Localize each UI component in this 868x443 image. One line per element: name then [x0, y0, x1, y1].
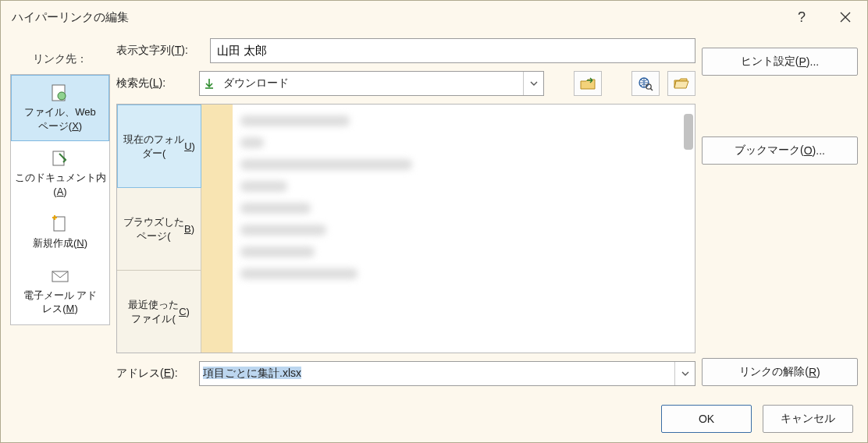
screentip-button[interactable]: ヒント設定(P)...: [702, 48, 858, 76]
link-to-email-address[interactable]: 電子メール アドレス(M): [11, 259, 109, 324]
titlebar: ハイパーリンクの編集 ?: [1, 1, 867, 34]
link-to-list: ファイル、Webページ(X) このドキュメント内(A) 新規作成(N): [10, 74, 110, 325]
address-dropdown-button[interactable]: [674, 362, 695, 385]
help-icon: ?: [798, 9, 806, 26]
svg-point-1: [58, 92, 66, 100]
right-button-column: ヒント設定(P)... ブックマーク(O)... リンクの解除(R): [702, 38, 858, 386]
address-value: 項目ごとに集計.xlsx: [200, 367, 674, 381]
ok-button[interactable]: OK: [661, 405, 752, 433]
edit-hyperlink-dialog: ハイパーリンクの編集 ? リンク先： ファイル、Webページ(X): [0, 0, 868, 443]
globe-search-icon: [637, 76, 654, 91]
file-web-icon: [49, 83, 71, 102]
link-to-item-label: このドキュメント内(A): [15, 171, 106, 198]
lookin-dropdown-button[interactable]: [523, 72, 543, 95]
browse-file-button[interactable]: [667, 71, 695, 96]
browse-area: 現在のフォルダー(U) ブラウズしたページ(B) 最近使ったファイル(C): [116, 104, 695, 353]
lookin-value: ダウンロード: [219, 76, 523, 90]
browse-tab-current-folder[interactable]: 現在のフォルダー(U): [117, 105, 201, 188]
display-text-input[interactable]: [210, 38, 695, 63]
close-icon: [840, 12, 851, 23]
link-to-this-document[interactable]: このドキュメント内(A): [11, 141, 109, 207]
link-to-label: リンク先：: [33, 52, 87, 66]
email-icon: [49, 267, 71, 285]
browse-tabs: 現在のフォルダー(U) ブラウズしたページ(B) 最近使ったファイル(C): [117, 105, 201, 353]
lookin-combo[interactable]: ダウンロード: [199, 71, 544, 96]
remove-link-button[interactable]: リンクの解除(R): [702, 358, 858, 386]
chevron-down-icon: [529, 79, 539, 88]
help-button[interactable]: ?: [780, 1, 824, 34]
dialog-title: ハイパーリンクの編集: [12, 10, 129, 25]
dialog-footer: OK キャンセル: [1, 395, 867, 442]
bookmark-button[interactable]: ブックマーク(O)...: [702, 136, 858, 165]
browse-tab-recent-files[interactable]: 最近使ったファイル(C): [117, 271, 201, 353]
link-to-new-document[interactable]: 新規作成(N): [11, 207, 109, 259]
link-to-item-label: ファイル、Webページ(X): [24, 105, 96, 133]
file-list-blurred-content: [240, 115, 648, 345]
this-doc-icon: [49, 149, 71, 168]
address-label: アドレス(E):: [116, 367, 191, 381]
svg-rect-2: [53, 151, 64, 165]
display-text-row: 表示文字列(T):: [116, 38, 695, 63]
svg-rect-3: [54, 217, 65, 231]
main-column: 表示文字列(T): 検索先(L): ダウンロード: [116, 38, 695, 386]
up-one-level-button[interactable]: [574, 71, 602, 96]
link-to-column: リンク先： ファイル、Webページ(X) このドキュメント内(A): [10, 38, 110, 386]
folder-up-icon: [579, 76, 596, 90]
file-list[interactable]: [201, 105, 695, 353]
close-button[interactable]: [824, 1, 867, 34]
link-to-item-label: 新規作成(N): [33, 236, 87, 250]
file-list-scrollbar[interactable]: [684, 114, 693, 150]
cancel-button[interactable]: キャンセル: [763, 405, 853, 433]
browse-web-button[interactable]: [631, 71, 660, 96]
download-arrow-icon: [200, 77, 219, 90]
file-icon-column: [201, 105, 233, 353]
address-row: アドレス(E): 項目ごとに集計.xlsx: [116, 361, 695, 386]
lookin-row: 検索先(L): ダウンロード: [116, 71, 695, 96]
link-to-item-label: 電子メール アドレス(M): [23, 289, 98, 316]
link-to-file-web[interactable]: ファイル、Webページ(X): [11, 75, 109, 141]
browse-tab-browsed-pages[interactable]: ブラウズしたページ(B): [117, 188, 201, 271]
display-text-label: 表示文字列(T):: [116, 44, 202, 58]
lookin-label: 検索先(L):: [116, 76, 191, 90]
address-combo[interactable]: 項目ごとに集計.xlsx: [199, 361, 695, 386]
chevron-down-icon: [681, 369, 690, 378]
folder-open-icon: [673, 76, 690, 90]
new-doc-icon: [49, 214, 71, 233]
